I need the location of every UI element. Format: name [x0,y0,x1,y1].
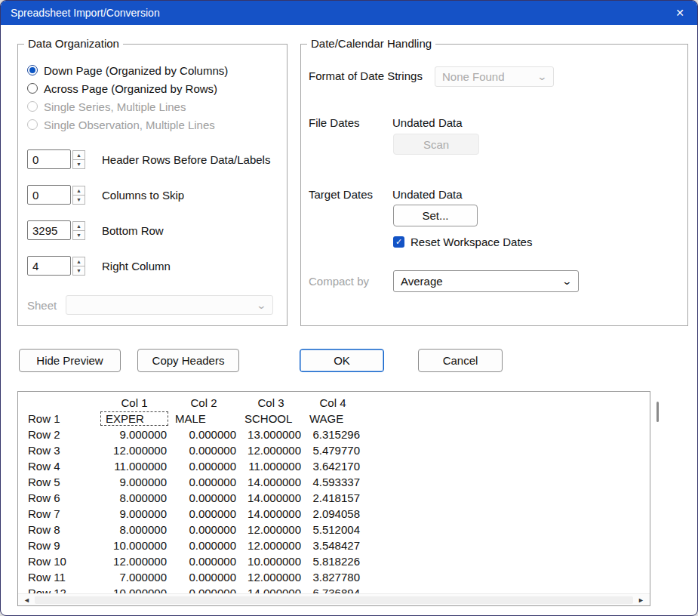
table-cell[interactable]: 0.000000 [169,522,238,537]
radio-option-2[interactable]: Across Page (Organized by Rows) [27,79,228,97]
scroll-left-icon[interactable]: ◄ [23,594,30,606]
table-cell[interactable]: 0.000000 [169,553,238,569]
table-cell[interactable]: 12.000000 [238,442,303,458]
radio-icon[interactable] [27,83,38,94]
table-cell[interactable]: 0.000000 [169,490,238,506]
radio-selected-icon[interactable] [27,65,38,75]
row-label[interactable]: Row 4 [18,458,100,474]
spinner-input[interactable] [27,256,71,276]
spinner-label: Header Rows Before Data/Labels [102,153,270,166]
table-cell[interactable]: 2.418157 [303,490,362,506]
reset-workspace-dates-checkbox[interactable]: ✓ Reset Workspace Dates [393,236,532,248]
copy-headers-button[interactable]: Copy Headers [137,349,239,372]
table-cell[interactable]: 13.000000 [238,427,303,442]
close-button[interactable]: ✕ [663,1,697,25]
table-cell[interactable]: 14.000000 [238,474,303,490]
set-dates-button[interactable]: Set... [393,205,478,226]
table-cell[interactable]: 0.000000 [169,427,238,442]
table-cell[interactable]: 14.000000 [238,490,303,506]
table-cell[interactable]: 4.593337 [303,474,362,490]
spinner-input[interactable] [27,185,71,205]
table-row: Row 1012.0000000.00000010.0000005.818226 [18,553,650,569]
table-cell[interactable]: SCHOOL [238,411,303,427]
table-cell[interactable]: 12.000000 [238,569,303,585]
spinner-input[interactable] [27,220,71,240]
chevron-down-icon: ⌄ [256,300,266,310]
table-cell[interactable]: 8.000000 [100,522,169,537]
check-icon: ✓ [395,238,402,246]
spin-down-icon[interactable]: ▼ [72,266,85,276]
table-cell[interactable]: WAGE [303,411,362,427]
table-cell[interactable]: 10.000000 [100,537,169,553]
spinner-row-3: ▲▼Bottom Row [27,220,270,240]
radio-option-1[interactable]: Down Page (Organized by Columns) [27,61,228,79]
horizontal-scrollbar[interactable]: ◄ ► [18,593,650,605]
table-cell[interactable]: 14.000000 [238,506,303,522]
table-cell[interactable]: 5.479770 [303,442,362,458]
ok-button[interactable]: OK [300,349,384,372]
row-label[interactable]: Row 5 [18,474,100,490]
row-label[interactable]: Row 6 [18,490,100,506]
horizontal-scrollbar-thumb[interactable] [35,596,633,604]
table-cell[interactable]: 12.000000 [100,442,169,458]
chevron-down-icon: ⌄ [561,276,572,286]
row-label[interactable]: Row 7 [18,506,100,522]
table-cell[interactable]: 9.000000 [100,427,169,442]
table-cell[interactable]: 9.000000 [100,474,169,490]
table-cell[interactable]: 5.818226 [303,553,362,569]
row-label[interactable]: Row 3 [18,442,100,458]
hide-preview-button[interactable]: Hide Preview [19,349,121,372]
spin-down-icon[interactable]: ▼ [72,159,85,169]
row-label[interactable]: Row 8 [18,522,100,537]
table-cell[interactable]: 0.000000 [169,474,238,490]
table-cell[interactable]: 8.000000 [100,490,169,506]
table-cell[interactable]: 5.512004 [303,522,362,537]
table-cell[interactable]: 12.000000 [238,522,303,537]
table-cell[interactable]: 12.000000 [238,537,303,553]
cancel-button[interactable]: Cancel [418,349,503,372]
file-dates-label: File Dates [309,116,360,129]
table-cell[interactable]: 7.000000 [100,569,169,585]
spinner-buttons: ▲▼ [72,257,85,276]
table-cell[interactable]: 11.000000 [100,458,169,474]
spinner-input[interactable] [27,149,71,169]
column-header[interactable]: Col 4 [303,395,362,411]
row-label[interactable]: Row 10 [18,553,100,569]
row-label[interactable]: Row 2 [18,427,100,442]
scroll-right-icon[interactable]: ► [638,594,644,606]
spin-down-icon[interactable]: ▼ [72,195,85,205]
table-row: Row 79.0000000.00000014.0000002.094058 [18,506,650,522]
row-label[interactable]: Row 9 [18,537,100,553]
row-label[interactable]: Row 1 [18,411,100,427]
table-cell[interactable]: EXPER [100,411,169,427]
checkbox-checked-icon[interactable]: ✓ [393,236,404,248]
table-cell[interactable]: 0.000000 [169,442,238,458]
table-cell[interactable]: 0.000000 [169,506,238,522]
table-cell[interactable]: 11.000000 [238,458,303,474]
table-cell[interactable]: 10.000000 [238,553,303,569]
window-title: Spreadsheet Import/Conversion [11,7,160,19]
spin-down-icon[interactable]: ▼ [72,230,85,240]
preview-table[interactable]: Col 1Col 2Col 3Col 4 Row 1EXPERMALESCHOO… [17,391,650,606]
sheet-row: Sheet ⌄ [27,295,273,315]
vertical-scrollbar[interactable] [654,393,662,593]
row-label[interactable]: Row 11 [18,569,100,585]
table-cell[interactable]: 3.642170 [303,458,362,474]
table-cell[interactable]: 9.000000 [100,506,169,522]
table-cell[interactable]: 3.548427 [303,537,362,553]
table-cell[interactable]: 0.000000 [169,458,238,474]
table-cell[interactable]: 0.000000 [169,569,238,585]
column-header[interactable]: Col 1 [100,395,169,411]
table-cell[interactable]: 6.315296 [303,427,362,442]
table-cell[interactable]: MALE [169,411,238,427]
table-cell[interactable]: 12.000000 [100,553,169,569]
target-dates-label: Target Dates [309,188,373,201]
title-bar[interactable]: Spreadsheet Import/Conversion ✕ [1,1,697,25]
table-cell[interactable]: 0.000000 [169,537,238,553]
table-cell[interactable]: 2.094058 [303,506,362,522]
column-header[interactable]: Col 3 [238,395,303,411]
vertical-scrollbar-thumb[interactable] [656,402,659,422]
column-header[interactable]: Col 2 [169,395,238,411]
table-cell[interactable]: 3.827780 [303,569,362,585]
compact-by-combo[interactable]: Average ⌄ [393,270,579,292]
